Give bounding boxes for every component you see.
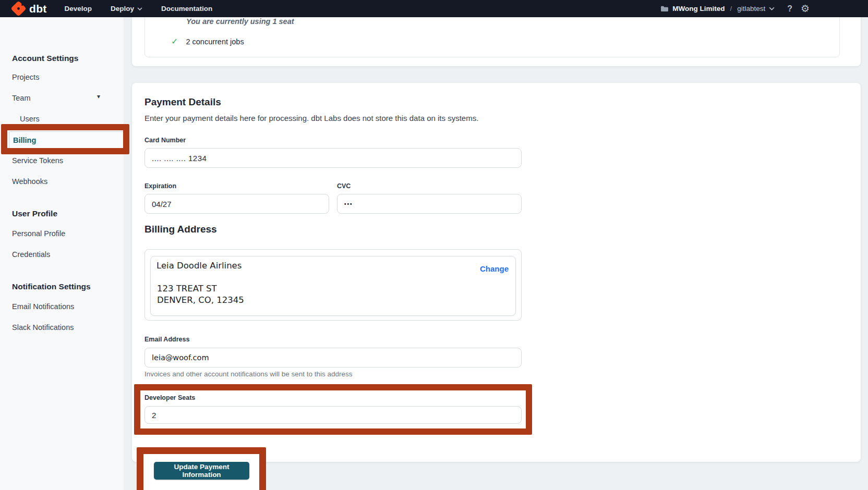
email-helper-text: Invoices and other account notifications…	[144, 370, 352, 378]
account-menu[interactable]: MWong Limited	[660, 5, 725, 13]
settings-gear-icon[interactable]: ⚙	[801, 4, 810, 14]
concurrent-jobs-row: ✓ 2 concurrent jobs	[171, 38, 244, 46]
account-name: MWong Limited	[672, 5, 725, 13]
cvc-label: CVC	[337, 182, 351, 190]
billing-address-street: 123 TREAT ST	[157, 283, 244, 295]
dbt-cloud-billing-page: You are currently using 1 seat ✓ 2 concu…	[0, 0, 868, 490]
sidebar-item-slack-notifications[interactable]: Slack Notifications	[12, 322, 74, 333]
billing-address-city: DENVER, CO, 12345	[157, 295, 244, 306]
sidebar-heading-user-profile: User Profile	[12, 209, 57, 219]
settings-sidebar: Account Settings Projects Team ▾ Users B…	[0, 17, 124, 490]
chevron-down-icon	[137, 7, 142, 10]
sidebar-item-billing[interactable]: Billing	[9, 131, 125, 149]
nav-item-deploy[interactable]: Deploy	[111, 5, 142, 13]
sidebar-item-email-notifications[interactable]: Email Notifications	[12, 301, 74, 312]
sidebar-item-service-tokens[interactable]: Service Tokens	[12, 155, 63, 166]
billing-address-title: Billing Address	[144, 224, 217, 235]
sidebar-item-webhooks[interactable]: Webhooks	[12, 176, 47, 187]
sidebar-item-users[interactable]: Users	[20, 114, 40, 124]
sidebar-heading-notification-settings: Notification Settings	[12, 281, 91, 292]
sidebar-item-billing-label: Billing	[13, 136, 36, 144]
developer-seats-label: Developer Seats	[144, 394, 195, 401]
caret-down-icon[interactable]: ▾	[97, 93, 100, 100]
sidebar-item-personal-profile[interactable]: Personal Profile	[12, 228, 65, 239]
navbar-menu: Develop Deploy Documentation	[65, 5, 213, 13]
dbt-logo[interactable]: dbt	[11, 2, 47, 16]
billing-address-name: Leia Doodle Airlines	[156, 261, 242, 271]
top-navbar: dbt Develop Deploy Documentation MWong L…	[0, 0, 868, 17]
sidebar-item-credentials[interactable]: Credentials	[12, 249, 50, 260]
expiration-input[interactable]	[144, 194, 329, 214]
check-icon: ✓	[171, 38, 178, 46]
cvc-input[interactable]: •••	[337, 194, 522, 214]
sidebar-item-projects[interactable]: Projects	[12, 72, 39, 82]
project-name: gitlabtest	[737, 5, 765, 13]
folder-icon	[660, 5, 669, 12]
email-address-input[interactable]	[144, 348, 522, 368]
card-number-input[interactable]	[144, 148, 522, 168]
project-menu[interactable]: gitlabtest	[737, 5, 775, 13]
concurrent-jobs-label: 2 concurrent jobs	[186, 38, 244, 46]
nav-item-documentation[interactable]: Documentation	[161, 5, 212, 13]
update-payment-button[interactable]: Update Payment Information	[154, 462, 249, 480]
dbt-wordmark: dbt	[29, 3, 47, 14]
payment-details-card: Payment Details Enter your payment detai…	[132, 83, 861, 462]
sidebar-heading-account-settings: Account Settings	[12, 53, 78, 64]
developer-seats-input[interactable]	[144, 406, 522, 424]
sidebar-item-team[interactable]: Team	[12, 93, 30, 103]
dbt-logo-icon	[11, 2, 26, 16]
payment-details-title: Payment Details	[144, 96, 221, 108]
chevron-down-icon	[769, 7, 775, 10]
path-separator: /	[730, 5, 732, 13]
expiration-label: Expiration	[144, 182, 176, 190]
card-number-label: Card Number	[144, 137, 186, 144]
cvc-masked-value: •••	[344, 201, 353, 207]
billing-address-lines: 123 TREAT ST DENVER, CO, 12345	[157, 283, 244, 305]
seat-usage-note: You are currently using 1 seat	[186, 17, 294, 27]
help-button[interactable]: ?	[787, 4, 792, 14]
navbar-right: MWong Limited / gitlabtest ? ⚙	[660, 0, 810, 17]
change-address-link[interactable]: Change	[480, 264, 509, 273]
email-address-label: Email Address	[144, 336, 189, 343]
billing-address-panel: Leia Doodle Airlines Change 123 TREAT ST…	[150, 256, 516, 316]
payment-details-description: Enter your payment details here for proc…	[144, 114, 478, 123]
nav-item-develop[interactable]: Develop	[65, 5, 92, 13]
billing-address-box: Leia Doodle Airlines Change 123 TREAT ST…	[144, 249, 522, 321]
